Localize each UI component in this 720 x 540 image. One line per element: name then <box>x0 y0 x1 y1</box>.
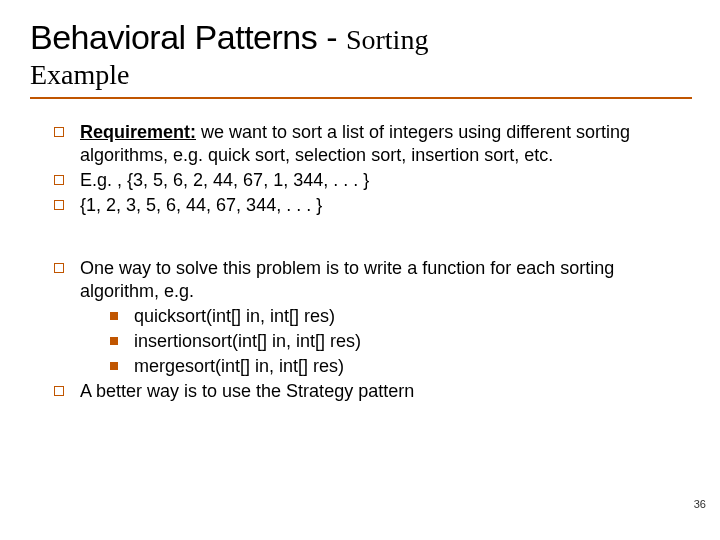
title-line1: Behavioral Patterns - Sorting <box>30 18 692 57</box>
bullet-group-2: One way to solve this problem is to writ… <box>30 257 692 403</box>
sub-list: quicksort(int[] in, int[] res) insertion… <box>80 305 692 378</box>
list-text: insertionsort(int[] in, int[] res) <box>134 331 361 351</box>
list-item: A better way is to use the Strategy patt… <box>54 380 692 403</box>
list-text: {1, 2, 3, 5, 6, 44, 67, 344, . . . } <box>80 195 322 215</box>
list-item: Requirement: we want to sort a list of i… <box>54 121 692 167</box>
title-block: Behavioral Patterns - Sorting Example <box>30 18 692 99</box>
list-item: quicksort(int[] in, int[] res) <box>110 305 692 328</box>
list-item: One way to solve this problem is to writ… <box>54 257 692 378</box>
list-text: E.g. , {3, 5, 6, 2, 44, 67, 1, 344, . . … <box>80 170 369 190</box>
content: Requirement: we want to sort a list of i… <box>30 121 692 403</box>
title-main: Behavioral Patterns - <box>30 18 346 56</box>
list-item: insertionsort(int[] in, int[] res) <box>110 330 692 353</box>
list-item: mergesort(int[] in, int[] res) <box>110 355 692 378</box>
list-text: A better way is to use the Strategy patt… <box>80 381 414 401</box>
list-text: One way to solve this problem is to writ… <box>80 258 614 301</box>
requirement-label: Requirement: <box>80 122 196 142</box>
slide: Behavioral Patterns - Sorting Example Re… <box>0 0 720 540</box>
title-line2: Example <box>30 59 692 91</box>
list-item: E.g. , {3, 5, 6, 2, 44, 67, 1, 344, . . … <box>54 169 692 192</box>
list-text: mergesort(int[] in, int[] res) <box>134 356 344 376</box>
page-number: 36 <box>694 498 706 510</box>
list-item: {1, 2, 3, 5, 6, 44, 67, 344, . . . } <box>54 194 692 217</box>
bullet-group-1: Requirement: we want to sort a list of i… <box>30 121 692 217</box>
list-text: quicksort(int[] in, int[] res) <box>134 306 335 326</box>
title-sub: Sorting <box>346 24 428 55</box>
